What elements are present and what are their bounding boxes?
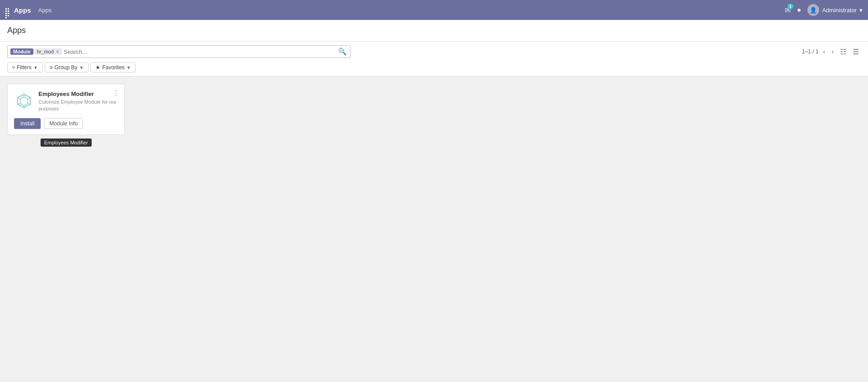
- svg-line-3: [28, 98, 30, 99]
- star-icon: ★: [95, 64, 100, 71]
- groupby-label: Group By: [55, 64, 78, 71]
- filter-buttons-group: ▿ Filters ▼ ≡ Group By ▼ ★ Favorites ▼: [7, 62, 136, 72]
- app-info: Employees Modifier Cutomize Employee Mod…: [38, 91, 118, 113]
- notification-badge: 1: [788, 4, 793, 9]
- user-menu-button[interactable]: 👤 Administrator ▾: [807, 4, 863, 16]
- view-list-button[interactable]: ☰: [851, 47, 861, 57]
- groupby-caret: ▼: [79, 65, 84, 70]
- filters-button[interactable]: ▿ Filters ▼: [7, 62, 43, 72]
- filters-label: Filters: [17, 64, 32, 71]
- app-card-tooltip: Employees Modifier: [41, 138, 92, 147]
- app-card: ⋮ Employees Modifier: [7, 84, 125, 135]
- page-title: Apps: [7, 26, 26, 35]
- groupby-button[interactable]: ≡ Group By ▼: [45, 62, 89, 72]
- clock-icon[interactable]: ●: [797, 6, 802, 14]
- user-name-label: Administrator: [822, 7, 857, 14]
- topbar: Apps Apps ✉ 1 ● 👤 Administrator ▾: [0, 0, 868, 20]
- app-name: Employees Modifier: [38, 91, 118, 97]
- chat-icon[interactable]: ✉ 1: [785, 6, 791, 14]
- user-chevron-icon: ▾: [859, 7, 863, 14]
- module-info-button[interactable]: Module Info: [44, 118, 83, 129]
- app-card-wrapper: ⋮ Employees Modifier: [7, 84, 125, 135]
- page-content: ⋮ Employees Modifier: [0, 76, 868, 156]
- app-card-header: Employees Modifier Cutomize Employee Mod…: [14, 91, 118, 113]
- search-top-row: Module hr_mod ✕ 🔍 1–1 / 1 ‹ › ☷ ☰: [0, 42, 868, 61]
- search-tag-value: hr_mod ✕: [34, 48, 62, 55]
- card-actions: Install Module Info: [14, 118, 118, 129]
- avatar: 👤: [807, 4, 819, 16]
- install-button[interactable]: Install: [14, 118, 41, 129]
- favorites-button[interactable]: ★ Favorites ▼: [90, 62, 136, 72]
- svg-line-6: [18, 104, 20, 104]
- grid-menu-icon[interactable]: [5, 8, 9, 12]
- svg-marker-1: [20, 97, 28, 106]
- svg-line-4: [28, 104, 30, 104]
- card-menu-icon[interactable]: ⋮: [113, 89, 120, 97]
- search-area[interactable]: Module hr_mod ✕ 🔍: [7, 45, 351, 58]
- app-description: Cutomize Employee Module for our purpose…: [38, 99, 118, 113]
- topbar-breadcrumb[interactable]: Apps: [38, 7, 52, 14]
- pagination-prev[interactable]: ‹: [821, 47, 827, 56]
- pagination-text: 1–1 / 1: [802, 48, 819, 55]
- favorites-caret: ▼: [127, 65, 131, 70]
- search-tag-remove[interactable]: ✕: [56, 49, 59, 54]
- topbar-right: ✉ 1 ● 👤 Administrator ▾: [785, 4, 863, 16]
- view-kanban-button[interactable]: ☷: [838, 47, 848, 57]
- search-input[interactable]: [64, 48, 337, 55]
- pagination-area: 1–1 / 1 ‹ › ☷ ☰: [802, 47, 861, 57]
- svg-line-7: [18, 98, 20, 99]
- filters-caret: ▼: [33, 65, 38, 70]
- search-filter-bottom: ▿ Filters ▼ ≡ Group By ▼ ★ Favorites ▼: [0, 61, 868, 76]
- search-filter-bar: Module hr_mod ✕ 🔍 1–1 / 1 ‹ › ☷ ☰ ▿ Filt…: [0, 42, 868, 76]
- groupby-icon: ≡: [50, 64, 53, 71]
- filter-icon: ▿: [12, 64, 15, 71]
- search-submit-icon[interactable]: 🔍: [337, 48, 348, 56]
- search-tag-module: Module: [10, 48, 33, 55]
- pagination-next[interactable]: ›: [830, 47, 835, 56]
- topbar-app-name[interactable]: Apps: [14, 6, 31, 14]
- app-icon: [14, 91, 34, 110]
- main-header: Apps: [0, 20, 868, 42]
- favorites-label: Favorites: [102, 64, 124, 71]
